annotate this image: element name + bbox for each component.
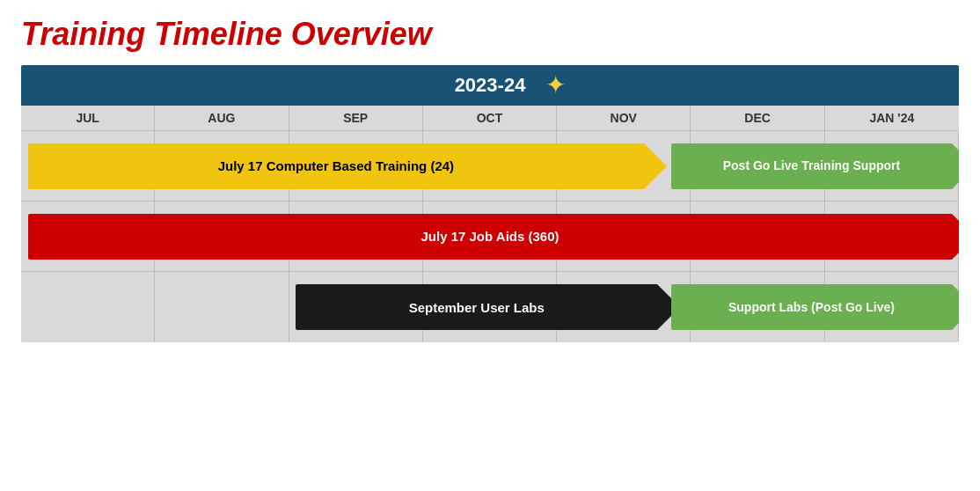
month-jan24: JAN '24 [825, 106, 959, 130]
gantt-row-cbt: July 17 Computer Based Training (24) Pos… [21, 131, 959, 202]
bar-user-labs: September User Labs [296, 284, 657, 330]
bar-cbt-label: July 17 Computer Based Training (24) [218, 158, 454, 173]
gantt-row-user-labs: September User Labs Support Labs (Post G… [21, 272, 959, 342]
timeline-container: 2023-24 ✦ JUL AUG SEP OCT NOV DEC JAN '2… [21, 65, 959, 342]
page: Training Timeline Overview 2023-24 ✦ JUL… [0, 0, 980, 353]
year-label: 2023-24 [455, 74, 526, 97]
month-nov: NOV [557, 106, 691, 130]
gantt-body: July 17 Computer Based Training (24) Pos… [21, 131, 959, 342]
bar-user-labs-label: September User Labs [409, 300, 545, 315]
month-sep: SEP [289, 106, 423, 130]
month-jul: JUL [21, 106, 155, 130]
month-oct: OCT [423, 106, 557, 130]
months-row: JUL AUG SEP OCT NOV DEC JAN '24 [21, 106, 959, 131]
month-aug: AUG [155, 106, 289, 130]
bar-job-aids: July 17 Job Aids (360) [28, 214, 953, 260]
bar-post-go-live-training: Post Go Live Training Support [671, 143, 953, 189]
gantt-row-job-aids: July 17 Job Aids (360) [21, 202, 959, 272]
bar-support-labs-label: Support Labs (Post Go Live) [728, 299, 895, 315]
page-title: Training Timeline Overview [21, 16, 959, 53]
star-icon: ✦ [545, 73, 566, 98]
bar-post-go-live-label: Post Go Live Training Support [723, 158, 900, 173]
bar-job-aids-label: July 17 Job Aids (360) [421, 229, 559, 244]
month-dec: DEC [691, 106, 824, 130]
bar-support-labs: Support Labs (Post Go Live) [671, 284, 953, 330]
bar-cbt: July 17 Computer Based Training (24) [28, 143, 645, 189]
timeline-header: 2023-24 ✦ [21, 65, 959, 106]
